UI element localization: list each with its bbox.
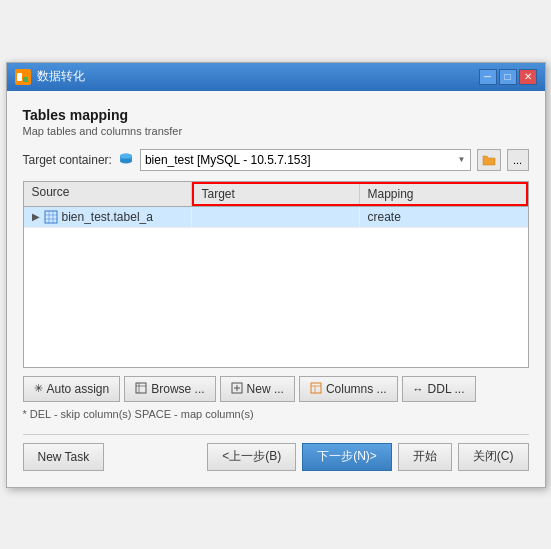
new-icon	[231, 382, 243, 396]
svg-rect-1	[23, 71, 28, 76]
close-window-button[interactable]: ✕	[519, 69, 537, 85]
target-dropdown-text: bien_test [MySQL - 10.5.7.153]	[145, 153, 311, 167]
section-title: Tables mapping	[23, 107, 529, 123]
divider	[23, 434, 529, 435]
svg-rect-7	[45, 211, 57, 223]
main-window: 数据转化 ─ □ ✕ Tables mapping Map tables and…	[6, 62, 546, 488]
ddl-button[interactable]: ↔ DDL ...	[402, 376, 476, 402]
target-container-dropdown[interactable]: bien_test [MySQL - 10.5.7.153] ▼	[140, 149, 471, 171]
new-label: New ...	[247, 382, 284, 396]
asterisk-icon: ✳	[34, 382, 43, 395]
footer-buttons: New Task <上一步(B) 下一步(N)> 开始 关闭(C)	[23, 443, 529, 471]
source-cell: ▶ bien_test.tabel_a	[24, 207, 192, 227]
browse-button[interactable]: Browse ...	[124, 376, 215, 402]
prev-button[interactable]: <上一步(B)	[207, 443, 296, 471]
title-bar-left: 数据转化	[15, 68, 85, 85]
tree-expand-icon: ▶	[32, 211, 40, 222]
hint-text: * DEL - skip column(s) SPACE - map colum…	[23, 408, 529, 420]
app-icon	[15, 69, 31, 85]
dropdown-arrow-icon: ▼	[458, 155, 466, 164]
more-options-button[interactable]: ...	[507, 149, 529, 171]
minimize-button[interactable]: ─	[479, 69, 497, 85]
source-value: bien_test.tabel_a	[62, 210, 153, 224]
browse-icon	[135, 382, 147, 396]
table-header: Source Target Mapping	[24, 182, 528, 207]
mapping-table: Source Target Mapping ▶	[23, 181, 529, 368]
ddl-label: DDL ...	[428, 382, 465, 396]
mapping-cell: create	[360, 207, 528, 227]
auto-assign-label: Auto assign	[47, 382, 110, 396]
svg-rect-2	[23, 77, 28, 82]
svg-rect-18	[311, 383, 321, 393]
columns-button[interactable]: Columns ...	[299, 376, 398, 402]
table-grid-icon	[44, 210, 58, 224]
columns-label: Columns ...	[326, 382, 387, 396]
maximize-button[interactable]: □	[499, 69, 517, 85]
ddl-icon: ↔	[413, 383, 424, 395]
auto-assign-button[interactable]: ✳ Auto assign	[23, 376, 121, 402]
action-buttons: ✳ Auto assign Browse ...	[23, 376, 529, 402]
svg-point-5	[120, 158, 132, 163]
table-body: ▶ bien_test.tabel_a	[24, 207, 528, 367]
target-cell	[192, 207, 360, 227]
content-area: Tables mapping Map tables and columns tr…	[7, 91, 545, 487]
columns-icon	[310, 382, 322, 396]
folder-button[interactable]	[477, 149, 501, 171]
svg-rect-0	[17, 73, 22, 81]
target-column-header: Target	[194, 184, 360, 204]
new-task-button[interactable]: New Task	[23, 443, 105, 471]
mapping-column-header: Mapping	[360, 184, 526, 204]
database-icon	[118, 152, 134, 168]
source-column-header: Source	[24, 182, 192, 206]
svg-point-6	[120, 153, 132, 158]
section-subtitle: Map tables and columns transfer	[23, 125, 529, 137]
new-button[interactable]: New ...	[220, 376, 295, 402]
close-button[interactable]: 关闭(C)	[458, 443, 529, 471]
browse-label: Browse ...	[151, 382, 204, 396]
target-container-row: Target container: bien_test [MySQL - 10.…	[23, 149, 529, 171]
title-bar: 数据转化 ─ □ ✕	[7, 63, 545, 91]
title-bar-buttons: ─ □ ✕	[479, 69, 537, 85]
ellipsis-icon: ...	[513, 154, 522, 166]
target-container-label: Target container:	[23, 153, 112, 167]
target-mapping-headers: Target Mapping	[192, 182, 528, 206]
start-button[interactable]: 开始	[398, 443, 452, 471]
next-button[interactable]: 下一步(N)>	[302, 443, 392, 471]
svg-rect-12	[136, 383, 146, 393]
table-row[interactable]: ▶ bien_test.tabel_a	[24, 207, 528, 228]
window-title: 数据转化	[37, 68, 85, 85]
